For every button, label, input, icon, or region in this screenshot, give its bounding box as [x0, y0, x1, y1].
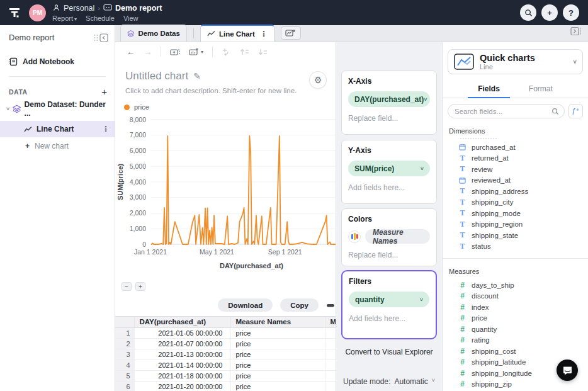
colors-field-pill[interactable]: Measure Names: [365, 229, 430, 244]
new-button[interactable]: +: [541, 4, 558, 21]
filters-add-fields[interactable]: Add fields here...: [349, 314, 429, 323]
dimension-field-item[interactable]: Tshipping_city: [443, 197, 588, 208]
chart-settings-button[interactable]: ⚙: [309, 71, 327, 89]
svg-text:0: 0: [142, 241, 146, 248]
table-row[interactable]: 12021-01-05 00:00:00price: [115, 327, 336, 338]
svg-text:Jan 1 2021: Jan 1 2021: [134, 248, 167, 256]
add-formula-button[interactable]: ƒ⁺: [568, 104, 583, 118]
sidebar-item-dataset[interactable]: ˅ Demo Dataset: Dunder ...: [0, 96, 115, 121]
sidebar-item-line-chart[interactable]: Line Chart ⋮: [0, 121, 115, 137]
measure-field-item[interactable]: #days_to_ship: [443, 280, 588, 291]
add-notebook-button[interactable]: Add Notebook: [9, 57, 106, 66]
help-button[interactable]: ?: [563, 4, 579, 21]
zoom-in-button[interactable]: +: [135, 282, 145, 291]
breadcrumb-report-title[interactable]: Demo report: [115, 4, 162, 13]
dimension-field-item[interactable]: purchased_at: [443, 142, 588, 153]
convert-to-visual-explorer-button[interactable]: Convert to Visual Explorer: [336, 348, 442, 356]
table-header-cell[interactable]: Measure Value: [325, 317, 336, 327]
measure-field-item[interactable]: #quantity: [443, 324, 588, 335]
tab-kebab-menu-icon[interactable]: ⋮: [260, 30, 268, 38]
chevron-down-icon: ˅: [421, 166, 424, 172]
measure-field-item[interactable]: #rating: [443, 335, 588, 346]
avatar[interactable]: PM: [29, 4, 46, 21]
add-data-button[interactable]: +: [101, 87, 107, 96]
text-type-icon: T: [459, 230, 466, 240]
table-row[interactable]: 42021-01-14 00:00:00price: [115, 360, 336, 370]
minimize-results-button[interactable]: [326, 302, 335, 309]
sidebar-item-new-chart[interactable]: + New chart: [0, 137, 115, 154]
collapse-sidebar-button[interactable]: [94, 33, 108, 42]
line-chart[interactable]: 01,0002,0003,0004,0005,0006,0007,0008,00…: [115, 115, 336, 272]
measure-field-item[interactable]: #index: [443, 302, 588, 313]
dimension-field-item[interactable]: Tstatus: [443, 241, 588, 252]
svg-text:3,000: 3,000: [130, 193, 146, 201]
dimension-field-item[interactable]: Tshipping_mode: [443, 208, 588, 219]
tab-dataset[interactable]: Demo Datas...: [120, 25, 187, 42]
table-row[interactable]: 52021-01-18 00:00:00price: [115, 370, 336, 381]
open-panel-button[interactable]: [570, 26, 582, 38]
chart-legend[interactable]: price: [124, 103, 336, 111]
menu-report[interactable]: Report▾: [52, 14, 77, 22]
y-axis-add-fields[interactable]: Add fields here...: [348, 183, 430, 192]
table-cell: 2021-01-13 00:00:00: [134, 349, 230, 360]
x-axis-field-pill[interactable]: DAY(purchased_at) ˅: [348, 91, 430, 107]
table-cell: price: [230, 327, 325, 338]
table-header-cell[interactable]: DAY(purchased_at): [134, 317, 230, 327]
x-axis-replace-field[interactable]: Replace field...: [348, 114, 430, 123]
number-type-icon: #: [459, 347, 466, 356]
dimension-field-item[interactable]: Tshipping_state: [443, 230, 588, 241]
field-search[interactable]: [448, 104, 565, 118]
remove-chart-button[interactable]: ▾: [189, 48, 203, 56]
update-mode-select[interactable]: Automatic: [394, 377, 427, 386]
download-button[interactable]: Download: [218, 298, 273, 312]
quick-charts-selector[interactable]: Quick charts Line ˅: [448, 49, 583, 74]
colors-replace-field[interactable]: Replace field...: [348, 251, 430, 259]
chart-description-placeholder[interactable]: Click to add chart description. Shift-en…: [125, 87, 336, 94]
app-logo-icon[interactable]: [0, 6, 29, 19]
tab-format[interactable]: Format: [523, 82, 559, 98]
chevron-down-icon: ▾: [74, 16, 77, 22]
dimension-field-item[interactable]: reviewed_at: [443, 175, 588, 186]
measure-field-item[interactable]: #shipping_cost: [443, 346, 588, 357]
kebab-menu-icon[interactable]: ⋮: [102, 125, 110, 133]
table-header-cell[interactable]: Measure Names: [230, 317, 325, 327]
table-row[interactable]: 62021-01-20 00:00:00price: [115, 381, 336, 391]
tab-line-chart[interactable]: Line Chart ⋮: [200, 25, 274, 42]
undo-button[interactable]: ←: [127, 47, 135, 57]
dimension-field-item[interactable]: Tshipping_region: [443, 219, 588, 230]
measure-field-item[interactable]: #discount: [443, 291, 588, 302]
app-root: PM Personal › Demo report Report▾ Schedu…: [0, 0, 588, 391]
dimension-field-item[interactable]: Tshipping_address: [443, 186, 588, 197]
update-mode-label: Update mode:: [343, 377, 390, 386]
chart-zoom-controls: − +: [122, 282, 145, 291]
duplicate-chart-button[interactable]: [170, 48, 180, 56]
menu-schedule[interactable]: Schedule: [86, 14, 115, 22]
chart-title[interactable]: Untitled chart: [125, 70, 188, 82]
y-axis-field-pill[interactable]: SUM(price) ˅: [348, 161, 430, 176]
edit-title-icon[interactable]: ✎: [193, 71, 201, 81]
measure-field-item[interactable]: #price: [443, 313, 588, 324]
table-header-cell[interactable]: [115, 317, 134, 327]
intercom-chat-button[interactable]: [557, 360, 578, 381]
chevron-down-icon[interactable]: ˅: [6, 106, 9, 112]
search-button[interactable]: [520, 4, 536, 21]
menu-view[interactable]: View: [123, 14, 139, 22]
insert-below-button[interactable]: [222, 48, 231, 56]
breadcrumb-workspace[interactable]: Personal: [64, 4, 94, 13]
dimension-field-item[interactable]: Treturned_at: [443, 153, 588, 164]
dimension-field-item[interactable]: Treview: [443, 164, 588, 175]
svg-text:May 1 2021: May 1 2021: [200, 248, 234, 256]
zoom-out-button[interactable]: −: [122, 282, 132, 291]
results-table[interactable]: DAY(purchased_at)Measure NamesMeasure Va…: [115, 316, 336, 391]
chart-remove-icon: [189, 48, 199, 56]
new-chart-tab-button[interactable]: [281, 26, 301, 40]
search-fields-input[interactable]: [455, 108, 551, 115]
table-row[interactable]: 22021-01-07 00:00:00price: [115, 338, 336, 349]
filters-field-pill[interactable]: quantity ˅: [349, 292, 429, 307]
redo-button[interactable]: →: [144, 47, 152, 57]
tab-fields[interactable]: Fields: [472, 82, 506, 98]
copy-button[interactable]: Copy: [280, 298, 319, 312]
move-up-button[interactable]: [240, 48, 249, 56]
table-row[interactable]: 32021-01-13 00:00:00price: [115, 349, 336, 360]
move-down-button[interactable]: [258, 48, 268, 56]
